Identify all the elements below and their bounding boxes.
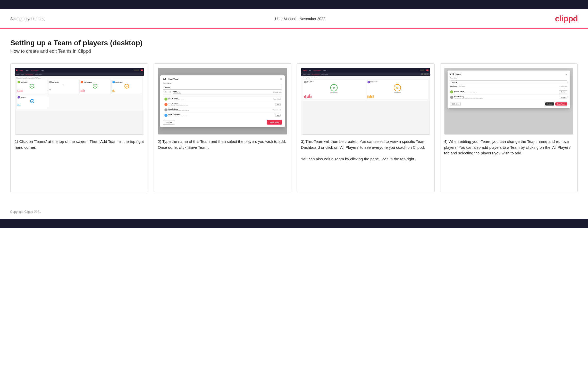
screenshot-3: clippd Home My Performance Teams Export … [301, 68, 430, 135]
edit-p2-remove-btn[interactable]: Remove [559, 96, 567, 99]
modal-close-icon[interactable]: ✕ [280, 78, 282, 81]
modal-player-3: Blair McHarg Plus Handicap · Royal North… [163, 107, 282, 113]
edit-p2-sub: Plus Handicap · Royal North Devon Golf C… [454, 98, 558, 99]
add-team-modal-bg: Add New Team ✕ Team Name * My Team (2) A… [158, 68, 287, 134]
dash-content: Showing 5 out of 5 players from: All Pla… [15, 76, 144, 111]
logo: clippd [555, 14, 578, 23]
card-4: Edit Team ✕ Team Name * My Team (2) All … [440, 63, 578, 192]
cards-row: clippd Home My Performance Teams + Expor… [10, 63, 578, 192]
edit-cancel-button[interactable]: Cancel [545, 102, 554, 106]
modal-player-2: Adrian Coliba Plus Handicap · Central Lo… [163, 102, 282, 107]
cancel-button[interactable]: Cancel [163, 120, 175, 125]
edit-modal-title: Edit Team [450, 73, 461, 76]
dash-players-grid: Adrian Coliba 84 Blair McHarg 0 [16, 80, 142, 94]
page-subtitle: How to create and edit Teams in Clippd [10, 49, 578, 54]
player-3-avatar [164, 108, 167, 111]
dash-player-3: Dave Billingham 94 [80, 80, 111, 94]
team-topbar: clippd Home My Performance Teams [301, 68, 430, 73]
edit-all-players-tab[interactable]: All Players [459, 85, 465, 87]
delete-team-button[interactable]: 🗑 Delete [450, 102, 461, 106]
filter-by-name: ☐ Filter by name [273, 91, 282, 93]
player-4-avatar [164, 114, 167, 117]
dash-filter: Showing 5 out of 5 players from: All Pla… [16, 77, 142, 79]
trash-icon: 🗑 [452, 103, 454, 105]
edit-save-team-button[interactable]: Save Team [555, 102, 567, 106]
my-team-tab[interactable]: My Team (2) [163, 91, 171, 93]
player-4-add-btn[interactable]: Add [275, 114, 281, 117]
header-center-text: User Manual – November 2022 [275, 17, 325, 21]
player-2-add-btn[interactable]: Add [275, 103, 281, 106]
add-team-modal: Add New Team ✕ Team Name * My Team (2) A… [160, 75, 285, 127]
player-3-sub: Plus Handicap · Royal North Devon Golf C… [169, 110, 272, 111]
team-content: Showing 2 players from: My Team Blair Mc… [301, 76, 430, 101]
bottom-bar [0, 219, 588, 228]
team-p1-bars [304, 94, 364, 98]
team-p1-avatar [304, 81, 307, 83]
dash-player-5: Richard B 72 [16, 95, 48, 109]
card-3: clippd Home My Performance Teams Export … [297, 63, 435, 192]
player-4-info: Dave Billingham 1.5 Handicap · The Dog M… [169, 114, 274, 117]
edit-p2-avatar [450, 96, 453, 99]
edit-tabs: My Team (2) All Players ☐ Filter by name [450, 85, 567, 88]
team-p2-avatar [367, 81, 370, 83]
edit-player-1: Adrian Player Plus Handicap · The Shire … [450, 89, 567, 95]
edit-footer-right: Cancel Save Team [545, 102, 567, 106]
modal-player-1: Adrian Player Plus Handicap · The Shire … [163, 97, 282, 102]
player-list: Adrian Player Plus Handicap · The Shire … [163, 96, 282, 118]
dash-topbar: clippd Home My Performance Teams + [15, 68, 144, 73]
dashboard-screenshot: clippd Home My Performance Teams + Expor… [15, 68, 144, 134]
header: Setting up your teams User Manual – Nove… [0, 9, 588, 29]
dash-dot [16, 69, 18, 71]
dash-player-2: Blair McHarg 0 [48, 80, 79, 94]
header-left-text: Setting up your teams [10, 17, 45, 21]
modal-player-4: Dave Billingham 1.5 Handicap · The Dog M… [163, 113, 282, 118]
page-title: Setting up a Team of players (desktop) [10, 39, 578, 47]
team-p2-name: Richard Butler [371, 81, 378, 82]
team-p1-score: 94 [330, 84, 338, 91]
edit-p2-info: Blair McHarg Plus Handicap · Royal North… [454, 96, 558, 99]
edit-modal-header: Edit Team ✕ [450, 73, 567, 76]
edit-modal-close-icon[interactable]: ✕ [565, 73, 567, 76]
dash-player-1: Adrian Coliba 84 [16, 80, 47, 94]
team-player-1: Blair McHarg Plus Handicap 94 Overall Pe… [303, 80, 365, 99]
modal-title: Add New Team [163, 78, 179, 81]
save-team-button[interactable]: Save Team [267, 120, 282, 125]
player-1-avatar [164, 98, 167, 101]
top-bar [0, 0, 588, 9]
modal-footer: Cancel Save Team [163, 120, 282, 125]
delete-label: Delete [454, 103, 459, 105]
team-name-label: Team Name * [163, 83, 282, 84]
footer: Copyright Clippd 2021 [0, 207, 588, 219]
main-content: Setting up a Team of players (desktop) H… [0, 29, 588, 207]
edit-p1-info: Adrian Player Plus Handicap · The Shire … [454, 91, 558, 93]
team-p2-bars [367, 94, 427, 98]
card-1-text: 1) Click on 'Teams' at the top of the sc… [15, 139, 144, 150]
edit-team-name-input[interactable] [450, 80, 567, 84]
player-1-info: Adrian Player Plus Handicap · The Shire … [169, 98, 272, 100]
edit-p1-avatar [450, 90, 453, 93]
all-players-tab[interactable]: All Players [173, 91, 181, 93]
screenshot-4: Edit Team ✕ Team Name * My Team (2) All … [444, 68, 574, 135]
card-2: Add New Team ✕ Team Name * My Team (2) A… [154, 63, 292, 192]
edit-my-team-tab[interactable]: My Team (2) [450, 85, 458, 87]
card-1: clippd Home My Performance Teams + Expor… [10, 63, 148, 192]
edit-player-2: Blair McHarg Plus Handicap · Royal North… [450, 95, 567, 100]
edit-team-name-label: Team Name * [450, 77, 567, 79]
edit-p1-remove-btn[interactable]: Remove [559, 90, 567, 93]
team-screenshot: clippd Home My Performance Teams Export … [301, 68, 430, 134]
card-3-text: 3) This Team will then be created. You c… [301, 139, 430, 162]
player-3-added: Player Added [273, 109, 281, 111]
card-4-text: 4) When editing your Team, you can chang… [444, 139, 574, 156]
player-1-added: Player Added [273, 98, 281, 100]
player-2-sub: Plus Handicap · Central London Golf Cent… [169, 104, 274, 106]
edit-p1-sub: Plus Handicap · The Shire London, United… [454, 92, 558, 93]
edit-filter: ☐ Filter by name [559, 86, 567, 87]
team-p2-score: 72 [394, 84, 401, 91]
team-players-row: Blair McHarg Plus Handicap 94 Overall Pe… [303, 80, 429, 99]
edit-footer: 🗑 Delete Cancel Save Team [450, 102, 567, 106]
screenshot-2: Add New Team ✕ Team Name * My Team (2) A… [158, 68, 287, 135]
player-4-sub: 1.5 Handicap · The Dog Maiping Golf Club [169, 115, 274, 117]
team-name-input[interactable] [163, 86, 282, 90]
player-2-avatar [164, 103, 167, 106]
copyright-text: Copyright Clippd 2021 [10, 210, 41, 214]
